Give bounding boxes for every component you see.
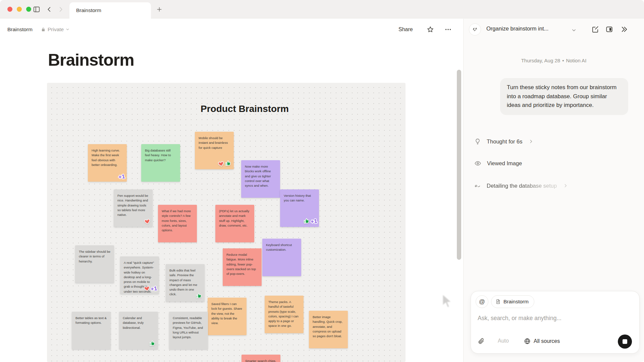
mode-selector[interactable]: Auto bbox=[498, 338, 509, 344]
sidebar-toggle-icon[interactable] bbox=[32, 5, 41, 14]
page-header: Brainstorm Private Share bbox=[0, 19, 463, 40]
notion-ai-panel: Organize brainstorm int... Thursday, Aug… bbox=[463, 19, 644, 362]
sticky-note-text: Consistent, readable previews for GitHub… bbox=[173, 316, 204, 340]
sticky-note-text: Saved filters I can lock for guests. Sha… bbox=[211, 302, 243, 325]
favorite-star-icon[interactable] bbox=[426, 25, 435, 34]
chevron-right-icon bbox=[529, 139, 533, 144]
note-reactions bbox=[196, 293, 203, 300]
thumb-sticker-icon bbox=[149, 339, 156, 347]
sticky-note-text: Better image handling. Quick crop, annot… bbox=[313, 315, 344, 339]
sources-label: All sources bbox=[534, 338, 560, 344]
ai-panel-header: Organize brainstorm int... bbox=[464, 19, 644, 40]
sticky-note-text: Now make more blocks work offline and gi… bbox=[245, 164, 276, 188]
thumb-sticker-icon bbox=[224, 159, 232, 167]
zoom-window-button[interactable] bbox=[26, 7, 31, 12]
heart-sticker-icon bbox=[217, 160, 225, 168]
document-icon bbox=[495, 299, 501, 304]
sticky-note[interactable]: Consistent, readable previews for GitHub… bbox=[169, 312, 208, 349]
sticky-note-text: Version history that you can name. bbox=[284, 193, 315, 203]
sticky-note-text: The sidebar should be clearer in terms o… bbox=[79, 249, 110, 264]
sticky-note[interactable]: Better tables as text & formatting optio… bbox=[72, 312, 111, 349]
plus1-sticker-icon: +1 bbox=[311, 219, 317, 224]
privacy-label: Private bbox=[48, 26, 64, 33]
sticky-note[interactable]: Theme packs. A handful of tasteful prese… bbox=[265, 296, 304, 333]
heart-sticker-icon bbox=[143, 218, 151, 225]
sticky-note-text: Theme packs. A handful of tasteful prese… bbox=[268, 300, 300, 328]
sources-selector[interactable]: All sources bbox=[524, 338, 560, 345]
ai-prompt-input[interactable] bbox=[478, 315, 632, 322]
sticky-note[interactable]: What if we had more style controls? A fe… bbox=[158, 205, 197, 242]
note-reactions: +1 bbox=[303, 218, 317, 225]
chevron-down-icon[interactable] bbox=[572, 28, 576, 33]
mention-button[interactable]: @ bbox=[476, 295, 488, 308]
toggle-panel-icon[interactable] bbox=[605, 25, 613, 33]
notion-window: Brainstorm Brainstorm Private Share Brai… bbox=[0, 0, 644, 362]
sticky-note[interactable]: Calendar and database, truly bidirection… bbox=[119, 312, 158, 349]
ai-step-detailing[interactable]: Detailing the database setup bbox=[474, 182, 568, 189]
stop-generation-button[interactable] bbox=[618, 335, 632, 349]
sticky-note[interactable]: Mobile should be instant and brainless f… bbox=[195, 132, 234, 169]
ai-step-thought[interactable]: Thought for 6s bbox=[474, 138, 533, 145]
close-window-button[interactable] bbox=[7, 7, 12, 12]
sticky-note-text: Pen support would be nice. Handwriting a… bbox=[117, 193, 149, 217]
minimize-window-button[interactable] bbox=[17, 7, 22, 12]
sticky-note[interactable]: Better image handling. Quick crop, annot… bbox=[309, 311, 348, 348]
sticky-note[interactable]: A real "quick capture" everywhere. Syste… bbox=[120, 256, 159, 294]
sticky-note[interactable]: Smarter search chips. bbox=[241, 355, 280, 362]
ai-step-viewed-image[interactable]: Viewed Image bbox=[474, 160, 522, 167]
sticky-note[interactable]: Version history that you can name.+1 bbox=[280, 189, 319, 227]
sticky-note[interactable]: Pen support would be nice. Handwriting a… bbox=[114, 189, 153, 227]
privacy-dropdown[interactable]: Private bbox=[41, 26, 69, 33]
step-label: Thought for 6s bbox=[487, 138, 522, 145]
new-tab-button[interactable] bbox=[155, 5, 164, 14]
new-chat-compose-icon[interactable] bbox=[591, 25, 599, 33]
sticky-note-text: Keyboard shortcut customization. bbox=[266, 243, 298, 252]
sticky-note[interactable]: High learning curve. Make the first week… bbox=[88, 144, 127, 182]
thumb-sticker-icon bbox=[303, 217, 310, 224]
sticky-note[interactable]: The sidebar should be clearer in terms o… bbox=[75, 245, 114, 283]
note-reactions: +1 bbox=[144, 285, 157, 292]
context-chip-label: Brainstorm bbox=[503, 299, 529, 305]
share-button[interactable]: Share bbox=[398, 26, 413, 33]
vertical-scrollbar[interactable] bbox=[457, 70, 461, 260]
sticky-note[interactable]: Saved filters I can lock for guests. Sha… bbox=[208, 298, 247, 335]
sticky-note[interactable]: Big databases still feel heavy. How to m… bbox=[141, 144, 180, 182]
collapse-panel-chevrons-icon[interactable] bbox=[620, 25, 628, 33]
heart-sticker-icon bbox=[143, 285, 151, 292]
sticky-note-text: What if we had more style controls? A fe… bbox=[162, 209, 193, 233]
sticky-note-text: Smarter search chips. bbox=[245, 359, 277, 362]
sticky-note[interactable]: (PDFs) let us actually annotate and mark… bbox=[215, 205, 254, 242]
lock-icon bbox=[41, 27, 46, 32]
thread-title-dropdown[interactable]: Organize brainstorm int... bbox=[486, 25, 548, 32]
sticky-note[interactable]: Keyboard shortcut customization. bbox=[262, 239, 301, 276]
sticky-note[interactable]: Reduce modal fatigue. More inline editin… bbox=[223, 248, 262, 286]
lightbulb-icon bbox=[474, 138, 481, 145]
tab-label: Brainstorm bbox=[76, 7, 101, 13]
back-arrow-icon[interactable] bbox=[45, 5, 54, 14]
sticky-note-text: High learning curve. Make the first week… bbox=[92, 148, 123, 167]
tab-bar: Brainstorm bbox=[0, 0, 644, 18]
breadcrumb[interactable]: Brainstorm bbox=[7, 26, 33, 33]
plus1-sticker-icon: +1 bbox=[118, 174, 125, 180]
whiteboard-canvas[interactable]: Product Brainstorm High learning curve. … bbox=[47, 83, 406, 362]
chevron-down-icon bbox=[66, 27, 69, 31]
sticky-note-text: Big databases still feel heavy. How to m… bbox=[145, 148, 176, 163]
forward-arrow-icon[interactable] bbox=[56, 5, 65, 14]
sticky-note[interactable]: Bulk edits that feel safe. Preview the i… bbox=[166, 264, 205, 302]
page-title[interactable]: Brainstorm bbox=[48, 50, 134, 70]
note-reactions bbox=[149, 340, 156, 347]
composer-toolbar: Auto All sources bbox=[471, 335, 639, 349]
note-reactions: +1 bbox=[118, 174, 125, 180]
mouse-cursor bbox=[441, 294, 453, 309]
sticky-note[interactable]: Now make more blocks work offline and gi… bbox=[241, 160, 280, 198]
step-label: Detailing the database setup bbox=[487, 183, 557, 189]
more-options-icon[interactable] bbox=[443, 25, 453, 34]
user-message-bubble: Turn these sticky notes from our brainst… bbox=[500, 78, 628, 115]
context-chip-brainstorm[interactable]: Brainstorm bbox=[491, 295, 534, 308]
tab-brainstorm[interactable]: Brainstorm bbox=[69, 2, 151, 18]
note-reactions bbox=[144, 218, 151, 225]
attachment-paperclip-icon[interactable] bbox=[478, 338, 485, 346]
eye-icon bbox=[474, 160, 481, 167]
sticky-note-text: Better tables as text & formatting optio… bbox=[75, 316, 107, 325]
globe-icon bbox=[524, 338, 531, 345]
